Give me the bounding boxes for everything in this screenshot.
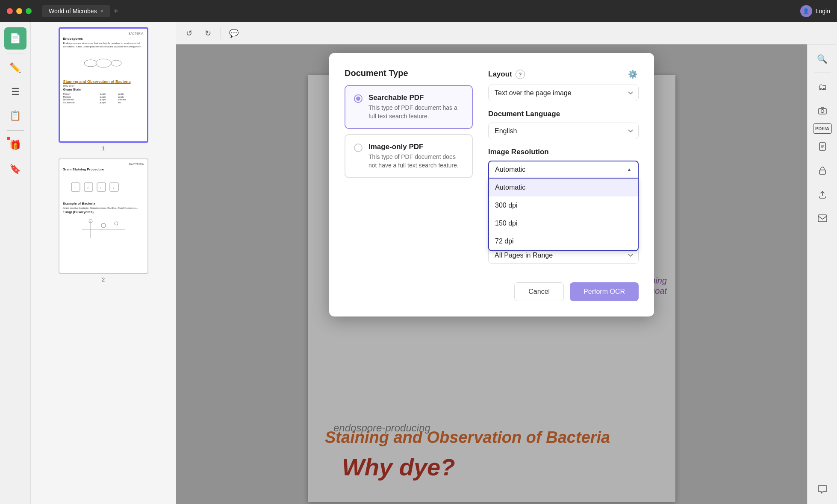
toolbar-divider <box>221 27 221 39</box>
right-sidebar: 🔍 🗂 PDF/A <box>807 44 837 504</box>
window-controls <box>7 8 32 14</box>
annotate-icon: ✏️ <box>9 62 21 73</box>
svg-point-28 <box>821 110 824 113</box>
language-group: Document Language English French German … <box>488 110 639 139</box>
dialog-left-column: Document Type Searchable PDF This <box>345 68 473 272</box>
thumb-body-2: Gram positive bacteria: Streptococcus, B… <box>63 207 144 210</box>
sidebar-item-gift[interactable]: 🎁 <box>4 134 27 156</box>
thumb-bacteria-label-2: BACTERIA <box>63 163 144 166</box>
svg-point-1 <box>96 59 111 67</box>
layout-group: Layout ? ⚙️ Text over the page imag <box>488 68 639 101</box>
sidebar-item-document[interactable]: 📄 <box>4 27 27 50</box>
bookmark-icon: 🔖 <box>9 164 21 175</box>
thumb-gram-body: Primarypurplepurple Mordantpurplepurple … <box>63 93 144 104</box>
maximize-button[interactable] <box>26 8 32 14</box>
svg-point-2 <box>111 60 121 66</box>
svg-text:2: 2 <box>87 187 89 190</box>
thumbnail-item-2: BACTERIA Gram Staining Procedure 1 2 3 4… <box>36 158 171 283</box>
ocr-dialog: Document Type Searchable PDF This <box>329 53 654 316</box>
svg-text:4: 4 <box>113 187 115 190</box>
right-email-icon[interactable] <box>811 207 834 229</box>
titlebar-right: 👤 Login <box>800 5 830 17</box>
login-label[interactable]: Login <box>816 8 830 15</box>
comment-button[interactable]: 💬 <box>226 26 242 41</box>
tab-world-of-microbes[interactable]: World of Microbes × <box>42 5 110 17</box>
undo-button[interactable]: ↺ <box>181 26 197 41</box>
thumb-illustration-1 <box>63 50 144 76</box>
resolution-option-72dpi[interactable]: 72 dpi <box>489 232 638 250</box>
layout-label-row: Layout ? ⚙️ <box>488 68 639 80</box>
right-search-icon[interactable]: 🔍 <box>811 48 834 70</box>
thumb-illustration-2: 1 2 3 4 <box>63 174 144 200</box>
thumb-gram-procedure: Gram Staining Procedure <box>63 167 144 171</box>
language-label: Document Language <box>488 110 639 118</box>
sidebar-item-annotate[interactable]: ✏️ <box>4 57 27 79</box>
resolution-selected[interactable]: Automatic ▲ <box>488 161 639 179</box>
sidebar-item-bookmark[interactable]: 🔖 <box>4 158 27 180</box>
app-body: 📄 ✏️ ☰ 📋 🎁 🔖 BACTERIA Endospores Endospo… <box>0 22 837 504</box>
settings-icon[interactable]: ⚙️ <box>627 68 639 80</box>
right-comment-icon[interactable] <box>811 478 834 501</box>
searchable-pdf-desc: This type of PDF document has a full tex… <box>368 104 463 120</box>
resolution-option-automatic[interactable]: Automatic <box>489 179 638 196</box>
right-divider-1 <box>814 73 831 73</box>
svg-text:3: 3 <box>100 187 102 190</box>
svg-text:1: 1 <box>74 187 76 190</box>
resolution-option-300dpi[interactable]: 300 dpi <box>489 196 638 214</box>
user-avatar: 👤 <box>800 5 812 17</box>
pages-icon: 📋 <box>9 110 21 121</box>
right-document-icon[interactable] <box>811 135 834 158</box>
svg-rect-33 <box>819 170 825 174</box>
thumb-body-1: Endospores are structures that are highl… <box>63 42 144 49</box>
resolution-dropdown: Automatic 300 dpi 150 dpi 72 dpi <box>488 179 639 251</box>
toolbar: ↺ ↻ 💬 <box>176 22 837 44</box>
thumb-page-num-2: 2 <box>102 276 105 283</box>
right-organize-icon[interactable]: 🗂 <box>811 76 834 98</box>
dialog-actions: Cancel Perform OCR <box>345 282 639 301</box>
close-button[interactable] <box>7 8 13 14</box>
image-only-pdf-radio <box>354 144 363 152</box>
thumb-example-bacteria: Example of Bacteria <box>63 202 144 205</box>
sidebar-divider-2 <box>7 130 24 131</box>
help-icon[interactable]: ? <box>516 70 525 79</box>
right-lock-icon[interactable] <box>811 159 834 182</box>
resolution-label: Image Resolution <box>488 148 639 156</box>
svg-point-15 <box>115 222 118 225</box>
left-sidebar: 📄 ✏️ ☰ 📋 🎁 🔖 <box>0 22 31 504</box>
document-icon: 📄 <box>9 33 21 44</box>
right-pdfa-icon[interactable]: PDF/A <box>813 123 832 134</box>
searchable-pdf-option[interactable]: Searchable PDF This type of PDF document… <box>345 85 473 129</box>
image-only-pdf-option[interactable]: Image-only PDF This type of PDF document… <box>345 134 473 178</box>
redo-button[interactable]: ↻ <box>200 26 215 41</box>
perform-ocr-button[interactable]: Perform OCR <box>570 282 639 301</box>
dialog-right-column: Layout ? ⚙️ Text over the page imag <box>488 68 639 272</box>
tab-close-icon[interactable]: × <box>100 8 103 14</box>
layout-select[interactable]: Text over the page image Text under the … <box>488 85 639 101</box>
layout-label: Layout <box>488 70 512 79</box>
language-select[interactable]: English French German Spanish <box>488 123 639 139</box>
thumbnail-item-1: BACTERIA Endospores Endospores are struc… <box>36 27 171 152</box>
cancel-button[interactable]: Cancel <box>514 282 564 301</box>
titlebar: World of Microbes × + 👤 Login <box>0 0 837 22</box>
resolution-option-150dpi[interactable]: 150 dpi <box>489 214 638 232</box>
thumbnail-panel: BACTERIA Endospores Endospores are struc… <box>31 22 176 504</box>
right-upload-icon[interactable] <box>811 183 834 205</box>
gift-icon: 🎁 <box>9 140 21 151</box>
tab-title: World of Microbes <box>49 8 97 15</box>
resolution-wrapper: Automatic ▲ Automatic 300 dpi 150 dpi 72… <box>488 161 639 179</box>
thumbnail-1[interactable]: BACTERIA Endospores Endospores are struc… <box>59 27 148 143</box>
dialog-columns: Document Type Searchable PDF This <box>345 68 639 272</box>
thumbnail-2[interactable]: BACTERIA Gram Staining Procedure 1 2 3 4… <box>59 158 148 274</box>
right-camera-icon[interactable] <box>811 100 834 122</box>
image-only-pdf-name: Image-only PDF <box>368 143 463 151</box>
svg-point-0 <box>84 60 97 67</box>
new-tab-button[interactable]: + <box>114 6 119 16</box>
thumb-body-staining: Why dye? <box>63 85 144 88</box>
minimize-button[interactable] <box>16 8 22 14</box>
image-only-pdf-text: Image-only PDF This type of PDF document… <box>368 143 463 170</box>
sidebar-item-pages[interactable]: 📋 <box>4 105 27 127</box>
sidebar-item-outline[interactable]: ☰ <box>4 81 27 103</box>
radio-inner <box>356 97 360 101</box>
image-only-pdf-desc: This type of PDF document does not have … <box>368 153 463 170</box>
tab-bar: World of Microbes × + <box>42 5 118 17</box>
